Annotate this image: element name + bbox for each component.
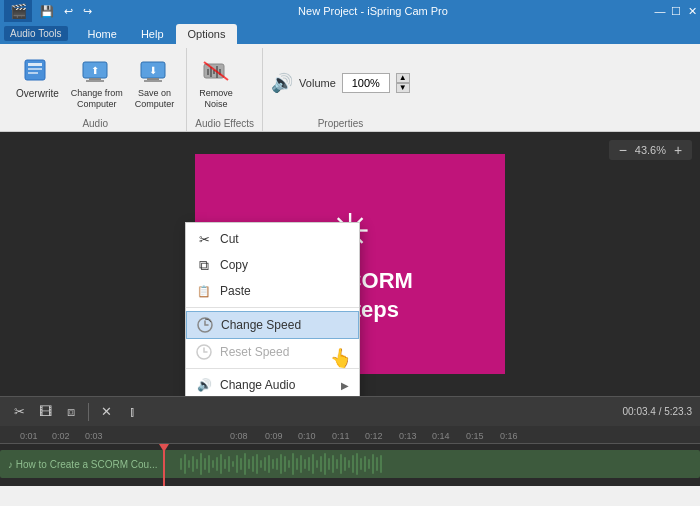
ruler-tick-12: 0:16: [500, 431, 518, 441]
overwrite-btn[interactable]: Overwrite: [12, 52, 63, 102]
svg-rect-60: [336, 459, 338, 469]
svg-rect-33: [228, 456, 230, 472]
main-editor-area: ✳ te a SCORM n 3 Steps − 43.6% + Cut ⧉ C…: [0, 132, 700, 396]
svg-rect-62: [344, 457, 346, 471]
timeline-layer-btn[interactable]: ⧈: [60, 401, 82, 423]
volume-control: 🔊 Volume ▲ ▼: [271, 72, 410, 94]
menu-paste-label: Paste: [220, 284, 251, 298]
menu-separator-1: [186, 307, 359, 308]
audio-track[interactable]: ♪ How to Create a SCORM Cou...: [0, 450, 700, 478]
submenu-arrow-icon: ▶: [341, 380, 349, 391]
volume-input[interactable]: [342, 73, 390, 93]
menu-item-cut[interactable]: Cut: [186, 226, 359, 252]
svg-rect-41: [260, 460, 262, 468]
svg-rect-47: [284, 456, 286, 472]
svg-rect-43: [268, 455, 270, 473]
tab-help[interactable]: Help: [129, 24, 176, 44]
volume-down-btn[interactable]: ▼: [396, 83, 410, 93]
volume-icon: 🔊: [271, 72, 293, 94]
svg-rect-27: [204, 458, 206, 470]
tab-home[interactable]: Home: [76, 24, 129, 44]
maximize-btn[interactable]: ☐: [668, 3, 684, 19]
menu-item-reset-speed: Reset Speed: [186, 339, 359, 365]
svg-rect-54: [312, 454, 314, 474]
effects-group-label: Audio Effects: [195, 118, 254, 131]
context-tab-label: Audio Tools: [4, 26, 68, 41]
menu-change-speed-label: Change Speed: [221, 318, 301, 332]
svg-rect-35: [236, 455, 238, 473]
svg-rect-10: [144, 80, 162, 82]
menu-item-paste[interactable]: 📋 Paste: [186, 278, 359, 304]
timeline-split-btn[interactable]: ⫿: [121, 401, 143, 423]
svg-rect-21: [180, 458, 182, 470]
zoom-out-btn[interactable]: −: [615, 142, 631, 158]
copy-icon: ⧉: [196, 257, 212, 273]
svg-rect-52: [304, 459, 306, 469]
timeline-cut-btn[interactable]: ✂: [8, 401, 30, 423]
svg-rect-58: [328, 458, 330, 470]
save-on-computer-btn[interactable]: ⬇ Save onComputer: [131, 52, 179, 112]
volume-spinner: ▲ ▼: [396, 73, 410, 93]
svg-rect-55: [316, 460, 318, 468]
change-from-computer-label: Change fromComputer: [71, 88, 123, 110]
track-area: ♪ How to Create a SCORM Cou...: [0, 444, 700, 486]
ruler-tick-6: 0:10: [298, 431, 316, 441]
app-logo-btn[interactable]: 🎬: [4, 0, 32, 22]
svg-rect-30: [216, 457, 218, 471]
tab-options[interactable]: Options: [176, 24, 238, 44]
change-from-computer-icon: ⬆: [81, 54, 113, 86]
menu-copy-label: Copy: [220, 258, 248, 272]
ruler-tick-10: 0:14: [432, 431, 450, 441]
svg-rect-61: [340, 454, 342, 474]
title-bar: 🎬 💾 ↩ ↪ New Project - iSpring Cam Pro — …: [0, 0, 700, 22]
zoom-in-btn[interactable]: +: [670, 142, 686, 158]
ribbon-audio-items: Overwrite ⬆ Change fromComputer: [12, 48, 178, 118]
menu-item-change-speed[interactable]: Change Speed: [186, 311, 359, 339]
volume-label: Volume: [299, 77, 336, 89]
svg-rect-23: [188, 460, 190, 468]
svg-rect-69: [372, 454, 374, 474]
svg-rect-65: [356, 453, 358, 475]
svg-rect-49: [292, 453, 294, 475]
volume-up-btn[interactable]: ▲: [396, 73, 410, 83]
ribbon-effects-items: RemoveNoise: [195, 48, 254, 118]
zoom-value: 43.6%: [635, 144, 666, 156]
svg-rect-68: [368, 459, 370, 469]
timeline-playhead[interactable]: [163, 444, 165, 486]
reset-speed-icon: [196, 344, 212, 360]
overwrite-icon: [21, 54, 53, 86]
svg-rect-66: [360, 458, 362, 470]
svg-rect-56: [320, 456, 322, 472]
svg-rect-50: [296, 458, 298, 470]
ruler-tick-5: 0:09: [265, 431, 283, 441]
timeline-film-btn[interactable]: 🎞: [34, 401, 56, 423]
svg-rect-59: [332, 455, 334, 473]
redo-btn[interactable]: ↪: [81, 5, 94, 18]
svg-rect-2: [28, 68, 42, 70]
close-btn[interactable]: ✕: [684, 3, 700, 19]
svg-rect-26: [200, 453, 202, 475]
svg-rect-32: [224, 459, 226, 469]
undo-btn[interactable]: ↩: [62, 5, 75, 18]
ribbon-group-properties: 🔊 Volume ▲ ▼ Properties: [263, 48, 418, 131]
svg-rect-40: [256, 454, 258, 474]
menu-item-change-audio[interactable]: 🔊 Change Audio ▶: [186, 372, 359, 396]
timeline-delete-btn[interactable]: ✕: [95, 401, 117, 423]
timeline-tracks: 0:01 0:02 0:03 0:08 0:09 0:10 0:11 0:12 …: [0, 426, 700, 486]
ruler-tick-7: 0:11: [332, 431, 350, 441]
svg-rect-31: [220, 454, 222, 474]
svg-rect-71: [380, 455, 382, 473]
change-from-computer-btn[interactable]: ⬆ Change fromComputer: [67, 52, 127, 112]
svg-rect-53: [308, 457, 310, 471]
save-btn[interactable]: 💾: [38, 5, 56, 18]
timeline-ruler: 0:01 0:02 0:03 0:08 0:09 0:10 0:11 0:12 …: [0, 426, 700, 444]
timeline-time-display: 00:03.4 / 5:23.3: [622, 406, 692, 417]
svg-rect-25: [196, 459, 198, 469]
remove-noise-btn[interactable]: RemoveNoise: [195, 52, 237, 112]
svg-rect-36: [240, 458, 242, 470]
ruler-tick-3: 0:03: [85, 431, 103, 441]
svg-rect-57: [324, 453, 326, 475]
minimize-btn[interactable]: —: [652, 3, 668, 19]
menu-item-copy[interactable]: ⧉ Copy: [186, 252, 359, 278]
svg-rect-29: [212, 460, 214, 468]
